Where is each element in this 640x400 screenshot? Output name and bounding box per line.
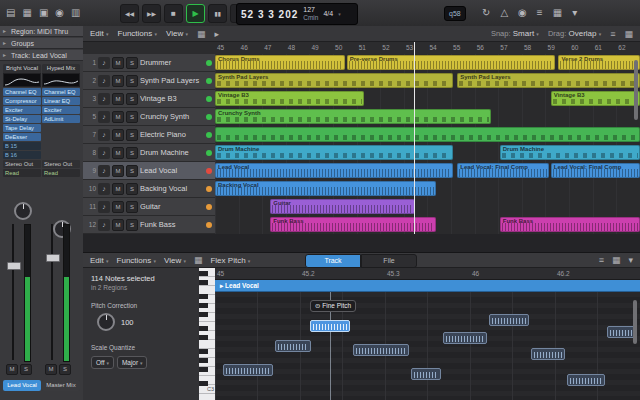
scale-type-select[interactable]: Major ▾ bbox=[117, 356, 148, 369]
editor-zoom-v-icon[interactable]: ▦ bbox=[612, 255, 621, 265]
solo-button[interactable]: S bbox=[126, 147, 138, 159]
region[interactable]: Drum Machine bbox=[500, 145, 640, 160]
flex-mode-menu[interactable]: Flex Pitch ▾ bbox=[210, 256, 250, 265]
functions-menu[interactable]: Functions ▾ bbox=[118, 29, 157, 38]
list-editors-icon[interactable]: ≡ bbox=[537, 8, 543, 18]
scale-root-select[interactable]: Off ▾ bbox=[91, 356, 114, 369]
mute-button[interactable]: M bbox=[112, 219, 124, 231]
view-menu[interactable]: View ▾ bbox=[166, 29, 188, 38]
drag-menu[interactable]: Drag: Overlap ▾ bbox=[548, 29, 601, 38]
track-lane[interactable]: Synth Pad Layers Synth Pad Layers bbox=[215, 72, 640, 91]
solo-button[interactable]: S bbox=[126, 219, 138, 231]
track-lane[interactable]: Vintage B3 Vintage B3 bbox=[215, 90, 640, 109]
track-inspector-header[interactable]: ▸ Track: Lead Vocal bbox=[0, 50, 83, 61]
track-header[interactable]: 1 ♪ M S Drummer bbox=[83, 54, 215, 72]
black-key[interactable] bbox=[199, 271, 208, 276]
lcd-display[interactable]: 52 3 3 202 127 Cmin 4/4 ▾ bbox=[236, 3, 358, 25]
track-lane[interactable]: Backing Vocal bbox=[215, 180, 640, 199]
pitch-note[interactable] bbox=[489, 314, 529, 326]
mute-button[interactable]: M bbox=[112, 129, 124, 141]
strip-label-lead-vocal[interactable]: Lead Vocal bbox=[3, 380, 41, 391]
plugin-slot[interactable]: Linear EQ bbox=[42, 97, 80, 105]
piano-keyboard[interactable]: C3 bbox=[199, 268, 216, 400]
track-header[interactable]: 2 ♪ M S Synth Pad Layers bbox=[83, 72, 215, 90]
region[interactable]: Lead Vocal: Final Comp bbox=[457, 163, 548, 178]
plugin-slot[interactable]: St-Delay bbox=[3, 115, 41, 123]
region[interactable]: Drum Machine bbox=[215, 145, 453, 160]
forward-button[interactable]: ▶▶ bbox=[142, 4, 161, 23]
region[interactable]: Synth Pad Layers bbox=[457, 73, 640, 88]
pitch-note[interactable] bbox=[607, 326, 635, 338]
output-slot[interactable]: Stereo Out bbox=[42, 160, 80, 168]
solo-button[interactable]: S bbox=[59, 364, 71, 375]
stop-button[interactable]: ■ bbox=[164, 4, 183, 23]
track-header[interactable]: 11 ♪ M S Guitar bbox=[83, 198, 215, 216]
solo-button[interactable]: S bbox=[126, 129, 138, 141]
track-lane[interactable]: Guitar bbox=[215, 198, 640, 217]
rewind-button[interactable]: ◀◀ bbox=[120, 4, 139, 23]
marquee-tool-icon[interactable]: ▦ bbox=[197, 29, 206, 39]
track-lane[interactable]: Chorus Drums Pre-verse Drums Verse 2 Dru… bbox=[215, 54, 640, 73]
editors-toggle-icon[interactable]: ▣ bbox=[39, 8, 48, 18]
region[interactable]: Synth Pad Layers bbox=[215, 73, 453, 88]
smart-controls-icon[interactable]: ◉ bbox=[55, 8, 64, 18]
strip-name[interactable]: Bright Vocal bbox=[3, 64, 41, 73]
region[interactable]: Guitar bbox=[270, 199, 415, 214]
region[interactable]: Crunchy Synth bbox=[215, 109, 491, 124]
groups-inspector-header[interactable]: ▸ Groups bbox=[0, 38, 83, 49]
plugin-slot[interactable]: Tape Delay bbox=[3, 124, 41, 132]
pitch-note[interactable] bbox=[411, 368, 441, 380]
solo-button[interactable]: S bbox=[126, 111, 138, 123]
region[interactable]: Vintage B3 bbox=[551, 91, 640, 106]
toolbar-grid-icon[interactable]: ▦ bbox=[553, 8, 562, 18]
view-menu[interactable]: View ▾ bbox=[164, 256, 186, 265]
playhead[interactable] bbox=[414, 42, 415, 234]
mute-button[interactable]: M bbox=[112, 201, 124, 213]
solo-button[interactable]: S bbox=[126, 57, 138, 69]
catch-playhead-icon[interactable]: ▦ bbox=[194, 255, 203, 265]
black-key[interactable] bbox=[199, 303, 208, 308]
solo-button[interactable]: S bbox=[126, 183, 138, 195]
solo-button[interactable]: S bbox=[126, 93, 138, 105]
black-key[interactable] bbox=[199, 312, 208, 317]
automation-mode[interactable]: Read bbox=[42, 169, 80, 177]
plugin-slot[interactable]: AdLimit bbox=[42, 115, 80, 123]
mute-button[interactable]: M bbox=[112, 75, 124, 87]
black-key[interactable] bbox=[199, 358, 208, 363]
pitch-note[interactable] bbox=[443, 332, 487, 344]
track-header[interactable]: 7 ♪ M S Electric Piano bbox=[83, 126, 215, 144]
region[interactable]: Chorus Drums bbox=[215, 55, 345, 70]
track-header-selected[interactable]: 9 ♪ M S Lead Vocal bbox=[83, 162, 215, 180]
strip-label-master-mix[interactable]: Master Mix bbox=[42, 380, 80, 391]
track-lane[interactable] bbox=[215, 126, 640, 145]
region[interactable]: Verse 2 Drums bbox=[558, 55, 640, 70]
plugin-slot[interactable]: Exciter bbox=[42, 106, 80, 114]
black-key[interactable] bbox=[199, 326, 208, 331]
solo-button[interactable]: S bbox=[20, 364, 32, 375]
solo-button[interactable]: S bbox=[126, 165, 138, 177]
black-key[interactable] bbox=[199, 349, 208, 354]
plugin-slot[interactable]: Channel EQ bbox=[42, 88, 80, 96]
quantize-badge[interactable]: q58 bbox=[444, 6, 466, 21]
editor-scrollbar[interactable] bbox=[633, 300, 637, 344]
region[interactable]: Funk Bass bbox=[270, 217, 436, 232]
mute-button[interactable]: M bbox=[112, 147, 124, 159]
track-lane[interactable]: Crunchy Synth bbox=[215, 108, 640, 127]
black-key[interactable] bbox=[199, 280, 208, 285]
solo-button[interactable]: S bbox=[126, 201, 138, 213]
mute-button[interactable]: M bbox=[112, 165, 124, 177]
track-header[interactable]: 3 ♪ M S Vintage B3 bbox=[83, 90, 215, 108]
editor-ruler[interactable]: 45 45.2 45.3 46 46.2 bbox=[215, 268, 640, 280]
black-key[interactable] bbox=[199, 294, 208, 299]
track-header[interactable]: 10 ♪ M S Backing Vocal bbox=[83, 180, 215, 198]
solo-button[interactable]: S bbox=[126, 75, 138, 87]
plugin-slot[interactable]: Channel EQ bbox=[3, 88, 41, 96]
region[interactable]: Funk Bass bbox=[500, 217, 640, 232]
pitch-note-selected[interactable] bbox=[310, 320, 350, 332]
inspector-toggle-icon[interactable]: ▤ bbox=[6, 8, 15, 18]
black-key[interactable] bbox=[199, 367, 208, 372]
eq-thumbnail[interactable] bbox=[3, 73, 41, 87]
zoom-h-icon[interactable]: ≡ bbox=[610, 29, 615, 39]
pitch-note[interactable] bbox=[531, 348, 565, 360]
mute-button[interactable]: M bbox=[112, 183, 124, 195]
